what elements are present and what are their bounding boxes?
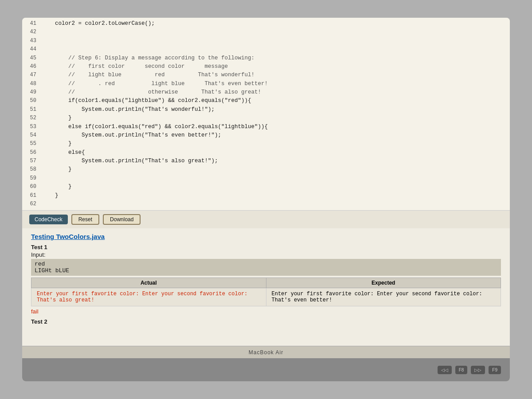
reset-button[interactable]: Reset (71, 214, 99, 225)
code-line-59: 59 (22, 174, 510, 183)
code-line-53: 53 else if(color1.equals("red") && color… (22, 123, 510, 131)
codecheck-button[interactable]: CodeCheck (29, 215, 68, 224)
expected-header: Expected (266, 278, 501, 288)
actual-header: Actual (31, 278, 266, 288)
code-line-47: 47 // light blue red That's wonderful! (22, 71, 510, 79)
code-line-54: 54 System.out.println("That's even bette… (22, 131, 510, 140)
code-line-60: 60 } (22, 183, 510, 191)
test1-input-label: Input: (31, 251, 501, 258)
key-rewind: ◁◁ (438, 366, 452, 374)
test1-input-values: redLIGHt bLUE (31, 259, 501, 276)
actual-cell: Enter your first favorite color: Enter y… (31, 288, 266, 306)
code-line-57: 57 System.out.println("That's also great… (22, 157, 510, 165)
expected-text: Enter your first favorite color: Enter y… (272, 291, 482, 303)
code-line-55: 55 } (22, 140, 510, 148)
testing-title: Testing TwoColors.java (31, 233, 501, 240)
code-line-61: 61 } (22, 192, 510, 200)
test1-status: fail (31, 308, 501, 315)
testing-area: Testing TwoColors.java Test 1 Input: red… (22, 228, 510, 346)
code-line-50: 50 if(color1.equals("lightblue") && colo… (22, 97, 510, 105)
macbook-bar: MacBook Air (22, 346, 510, 358)
toolbar: CodeCheck Reset Download (22, 210, 510, 228)
test2-label: Test 2 (31, 318, 501, 325)
code-line-62: 62 (22, 200, 510, 208)
code-line-46: 46 // first color second color message (22, 63, 510, 71)
code-line-45: 45 // Step 6: Display a message accordin… (22, 54, 510, 63)
key-fastforward: ▷▷ (471, 366, 485, 374)
code-line-48: 48 // . red light blue That's even bette… (22, 80, 510, 88)
key-f9: F9 (489, 366, 501, 374)
actual-text: Enter your first favorite color: Enter y… (37, 291, 247, 303)
results-table: Actual Expected Enter your first favorit… (31, 278, 501, 306)
test1-label: Test 1 (31, 244, 501, 250)
code-line-49: 49 // otherwise That's also great! (22, 88, 510, 97)
expected-cell: Enter your first favorite color: Enter y… (266, 288, 501, 306)
code-line-43: 43 (22, 37, 510, 45)
macbook-label: MacBook Air (249, 349, 283, 356)
code-line-51: 51 System.out.println("That's wonderful!… (22, 106, 510, 114)
code-line-58: 58 } (22, 165, 510, 174)
code-line-44: 44 (22, 45, 510, 54)
code-editor: 41 color2 = color2.toLowerCase(); 42 43 … (22, 18, 510, 210)
test1-section: Test 1 Input: redLIGHt bLUE Actual Expec… (31, 244, 501, 315)
key-f8: F8 (455, 366, 468, 374)
keyboard-area: ◁◁ F8 ▷▷ F9 (22, 358, 510, 381)
code-line-52: 52 } (22, 114, 510, 122)
download-button[interactable]: Download (103, 214, 141, 225)
test2-section: Test 2 (31, 318, 501, 325)
code-line-42: 42 (22, 28, 510, 36)
code-line-56: 56 else{ (22, 149, 510, 157)
code-line-41: 41 color2 = color2.toLowerCase(); (22, 20, 510, 28)
